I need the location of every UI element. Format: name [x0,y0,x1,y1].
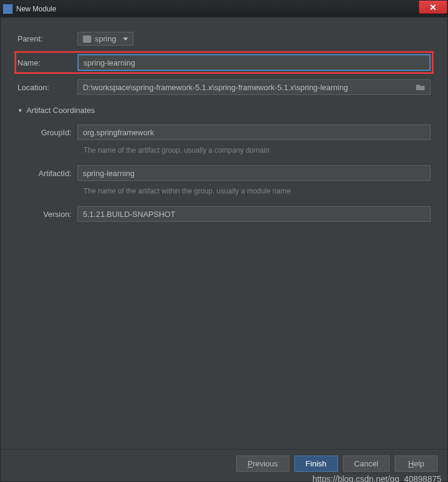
artifactid-input[interactable] [77,165,431,181]
version-label: Version: [29,210,77,219]
name-label: Name: [17,58,77,67]
artifactid-label: ArtifactId: [29,169,77,178]
parent-row: Parent: spring [17,32,431,46]
finish-button[interactable]: Finish [294,456,338,472]
close-button[interactable] [419,1,447,14]
previous-button[interactable]: Previous [236,456,289,472]
browse-folder-icon[interactable] [416,83,425,91]
name-input[interactable] [77,54,431,71]
help-button[interactable]: Help [395,456,438,472]
parent-label: Parent: [17,34,77,43]
watermark: https://blog.csdn.net/qq_40898875 [312,474,441,482]
name-row: Name: [17,54,431,71]
content-area: Parent: spring Name: Location: D:\worksp… [1,17,447,449]
version-input[interactable] [77,206,431,222]
artifactid-row: ArtifactId: [17,165,431,181]
cancel-button[interactable]: Cancel [343,456,390,472]
dialog-window: New Module Parent: spring Name: Location… [0,0,448,482]
artifact-coordinates-section: Artifact Coordinates GroupId: The name o… [17,106,431,222]
window-title: New Module [16,5,56,13]
location-label: Location: [17,83,77,92]
previous-label-rest: revious [253,459,278,468]
name-row-highlight: Name: [14,51,434,74]
artifact-header-label: Artifact Coordinates [26,106,95,115]
location-value: D:\workspace\spring-framework-5.1.x\spri… [83,83,348,92]
artifactid-hint: The name of the artifact within the grou… [83,187,431,195]
groupid-label: GroupId: [29,128,77,137]
parent-dropdown[interactable]: spring [77,32,133,46]
artifact-coordinates-header[interactable]: Artifact Coordinates [17,106,431,115]
parent-value: spring [95,34,116,43]
groupid-hint: The name of the artifact group, usually … [83,146,431,154]
footer: Previous Finish Cancel Help https://blog… [1,449,447,481]
location-input[interactable]: D:\workspace\spring-framework-5.1.x\spri… [77,79,431,95]
app-icon [3,4,13,14]
groupid-input[interactable] [77,124,431,140]
version-row: Version: [17,206,431,222]
help-label-rest: elp [414,459,424,468]
titlebar: New Module [1,1,447,17]
groupid-row: GroupId: [17,124,431,140]
spring-icon [83,35,91,43]
close-icon [429,4,437,11]
location-row: Location: D:\workspace\spring-framework-… [17,79,431,95]
